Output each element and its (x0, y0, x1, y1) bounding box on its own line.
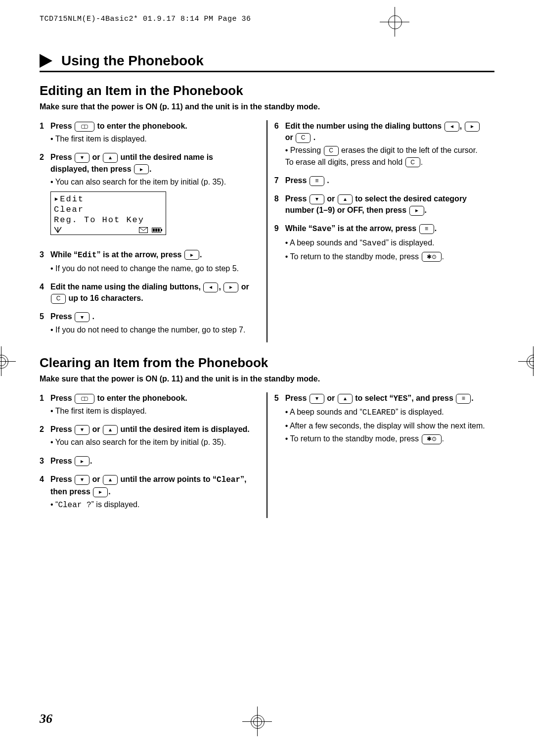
lcd-line-1: ▸Edit (54, 194, 163, 204)
menu-key-icon: ≡ (310, 176, 324, 186)
edit-step-6: 6 Edit the number using the dialing butt… (274, 120, 486, 168)
up-key-icon: ▴ (103, 153, 118, 163)
up-key-icon: ▴ (103, 475, 118, 485)
svg-rect-8 (161, 229, 162, 231)
left-key-icon: ◂ (203, 283, 218, 292)
edit-step-8: 8 Press ▾ or ▴ to select the desired cat… (274, 193, 486, 216)
battery-icon (152, 227, 163, 233)
column-divider (267, 392, 267, 519)
page-content: TCD715NLM(E)-4Basic2* 01.9.17 8:14 PM Pa… (40, 15, 494, 726)
clear-step-2: 2 Press ▾ or ▴ until the desired item is… (40, 424, 251, 448)
svg-rect-6 (155, 229, 157, 232)
envelope-icon (139, 227, 148, 233)
heading-edit: Editing an Item in the Phonebook (40, 83, 494, 98)
crop-mark-right (518, 346, 534, 376)
up-key-icon: ▴ (103, 425, 118, 435)
column-divider (267, 120, 267, 342)
down-key-icon: ▾ (75, 425, 89, 435)
right-key-icon: ▸ (134, 164, 149, 174)
lcd-line-3: Reg. To Hot Key (54, 215, 163, 225)
right-key-icon: ▸ (465, 122, 480, 132)
down-key-icon: ▾ (310, 394, 324, 404)
edit-step-2: 2 Press ▾ or ▴ until the desired name is… (40, 151, 251, 241)
precondition-edit: Make sure that the power is ON (p. 11) a… (40, 102, 494, 111)
page-number: 36 (40, 711, 52, 726)
lcd-display: ▸Edit Clear Reg. To Hot Key (50, 191, 166, 235)
edit-columns: 1 Press to enter the phonebook. The firs… (40, 120, 494, 342)
right-key-icon: ▸ (409, 206, 424, 216)
clear-step-3: 3 Press ▸. (40, 455, 251, 467)
right-key-icon: ▸ (184, 250, 199, 260)
right-key-icon: ▸ (223, 283, 238, 292)
down-key-icon: ▾ (310, 194, 324, 204)
edit-step-4: 4 Edit the name using the dialing button… (40, 281, 251, 304)
clear-col-left: 1 Press to enter the phonebook. The firs… (40, 392, 260, 519)
clear-step-5: 5 Press ▾ or ▴ to select “YES”, and pres… (274, 392, 486, 445)
svg-rect-7 (158, 229, 160, 232)
clear-step-4: 4 Press ▾ or ▴ until the arrow points to… (40, 473, 251, 512)
crop-mark-left (0, 346, 16, 376)
c-key-icon: C (296, 133, 311, 143)
edit-step-5: 5 Press ▾ . If you do not need to change… (40, 311, 251, 335)
clear-columns: 1 Press to enter the phonebook. The firs… (40, 392, 494, 519)
edit-step-3: 3 While “Edit” is at the arrow, press ▸.… (40, 249, 251, 274)
edit-step-9: 9 While “Save” is at the arrow, press ≡.… (274, 223, 486, 262)
down-key-icon: ▾ (75, 153, 89, 163)
edit-step-1: 1 Press to enter the phonebook. The firs… (40, 120, 251, 144)
section-banner: Using the Phonebook (40, 53, 494, 72)
up-key-icon: ▴ (338, 394, 353, 404)
phonebook-key-icon (75, 394, 94, 404)
left-key-icon: ◂ (445, 122, 459, 132)
clear-col-right: 5 Press ▾ or ▴ to select “YES”, and pres… (274, 392, 494, 519)
print-header: TCD715NLM(E)-4Basic2* 01.9.17 8:14 PM Pa… (40, 15, 494, 23)
c-key-icon: C (405, 157, 420, 167)
c-key-icon: C (324, 146, 339, 156)
phonebook-key-icon (75, 122, 94, 132)
heading-clear: Clearing an Item from the Phonebook (40, 355, 494, 371)
clear-step-1: 1 Press to enter the phonebook. The firs… (40, 392, 251, 417)
edit-col-right: 6 Edit the number using the dialing butt… (274, 120, 494, 342)
edit-col-left: 1 Press to enter the phonebook. The firs… (40, 120, 260, 342)
section-banner-title: Using the Phonebook (61, 53, 204, 69)
antenna-icon (54, 227, 62, 234)
down-key-icon: ▾ (75, 475, 89, 485)
lcd-line-2: Clear (54, 204, 163, 215)
precondition-clear: Make sure that the power is ON (p. 11) a… (40, 375, 494, 383)
svg-rect-5 (153, 229, 155, 232)
edit-step-7: 7 Press ≡ . (274, 175, 486, 186)
down-key-icon: ▾ (75, 312, 89, 322)
menu-key-icon: ≡ (419, 224, 434, 234)
c-key-icon: C (51, 294, 66, 304)
arrow-right-icon (40, 54, 52, 68)
menu-key-icon: ≡ (456, 394, 471, 404)
right-key-icon: ▸ (75, 456, 89, 466)
power-key-icon: ✱⊙ (422, 252, 442, 262)
up-key-icon: ▴ (338, 194, 353, 204)
right-key-icon: ▸ (93, 487, 108, 497)
power-key-icon: ✱⊙ (422, 434, 442, 444)
